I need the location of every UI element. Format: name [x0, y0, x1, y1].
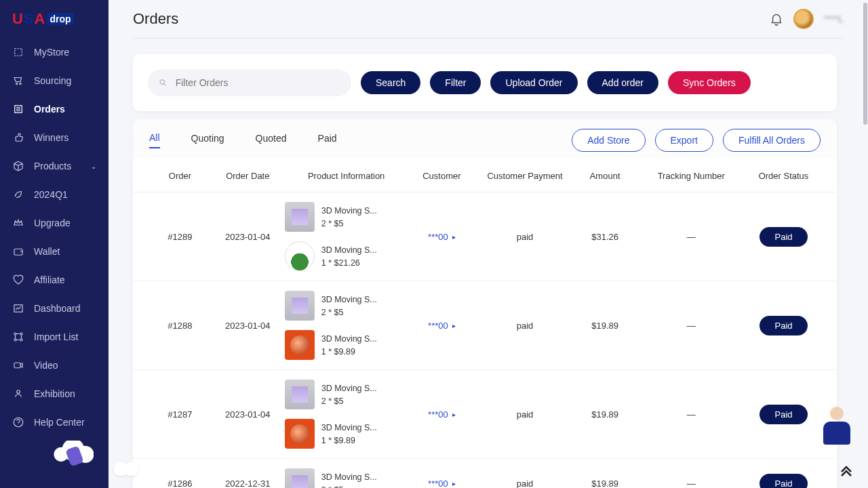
filter-button[interactable]: Filter — [430, 71, 481, 94]
sidebar-item-wallet[interactable]: Wallet — [0, 237, 108, 266]
page-title: Orders — [133, 10, 178, 28]
cell-order: #1287 — [149, 409, 211, 420]
caret-right-icon: ▸ — [452, 233, 456, 241]
product-item: 3D Moving S... 1 * $21.26 — [285, 241, 408, 271]
cell-customer[interactable]: ***00▸ — [408, 232, 475, 242]
cell-status: Paid — [747, 405, 821, 424]
status-badge[interactable]: Paid — [760, 227, 807, 247]
sync-orders-button[interactable]: Sync Orders — [668, 71, 751, 94]
sidebar-item-video[interactable]: Video — [0, 351, 108, 380]
sidebar-item-dashboard[interactable]: Dashboard — [0, 294, 108, 323]
cell-amount: $19.89 — [574, 321, 636, 331]
sidebar-item-orders[interactable]: Orders — [0, 95, 108, 123]
toolbar-card: Search Filter Upload Order Add order Syn… — [133, 54, 837, 111]
sidebar-item-helpcenter[interactable]: Help Center — [0, 408, 108, 436]
cell-payment: paid — [475, 479, 574, 489]
sidebar-item-label: Video — [34, 360, 58, 371]
th-pay: Customer Payment — [475, 171, 574, 181]
search-wrap[interactable] — [148, 69, 351, 96]
sidebar-item-upgrade[interactable]: Upgrade — [0, 209, 108, 237]
tabs-row: All Quoting Quoted Paid Add Store Export… — [133, 119, 837, 159]
logo[interactable]: USA drop — [0, 0, 108, 38]
svg-point-11 — [17, 390, 20, 394]
sidebar-item-affiliate[interactable]: Affiliate — [0, 266, 108, 294]
add-order-button[interactable]: Add order — [587, 71, 658, 94]
table-row: #1287 2023-01-04 3D Moving S... 2 * $5 3… — [133, 370, 837, 459]
cell-products: 3D Moving S... 2 * $5 3D Moving S... 1 *… — [285, 291, 408, 360]
heart-icon — [12, 274, 24, 286]
scrollbar[interactable] — [863, 0, 868, 488]
cell-status: Paid — [747, 474, 821, 489]
tab-all[interactable]: All — [149, 132, 160, 148]
sidebar-item-label: 2024Q1 — [34, 189, 68, 200]
upload-order-button[interactable]: Upload Order — [490, 71, 577, 94]
svg-rect-10 — [14, 363, 20, 368]
cell-date: 2023-01-04 — [211, 409, 285, 420]
sidebar-item-winners[interactable]: Winners — [0, 123, 108, 152]
chart-icon — [12, 302, 24, 314]
filter-orders-input[interactable] — [176, 77, 340, 88]
product-title: 3D Moving S... — [321, 295, 377, 304]
search-button[interactable]: Search — [361, 71, 420, 94]
sidebar-item-label: Dashboard — [34, 303, 81, 314]
export-button[interactable]: Export — [655, 129, 713, 152]
sidebar-item-label: Affiliate — [34, 274, 65, 285]
cell-customer[interactable]: ***00▸ — [408, 321, 475, 331]
tab-paid[interactable]: Paid — [318, 133, 337, 148]
tab-quoting[interactable]: Quoting — [191, 133, 224, 148]
table-row: #1288 2023-01-04 3D Moving S... 2 * $5 3… — [133, 281, 837, 370]
product-qty: 2 * $5 — [321, 308, 377, 317]
cell-amount: $31.26 — [574, 232, 636, 242]
sidebar-item-label: Products — [34, 161, 71, 171]
interface-icon — [12, 388, 24, 400]
sidebar-item-exhibition[interactable]: Exhibition — [0, 380, 108, 408]
sidebar-item-importlist[interactable]: Import List — [0, 323, 108, 351]
product-thumb — [285, 241, 315, 271]
wallet-icon — [12, 245, 24, 258]
sidebar-item-2024q1[interactable]: 2024Q1 — [0, 180, 108, 209]
sidebar-item-sourcing[interactable]: Sourcing — [0, 66, 108, 95]
th-track: Tracking Number — [636, 171, 747, 181]
cell-date: 2023-01-04 — [211, 232, 285, 242]
box-icon — [12, 160, 24, 172]
rocket-decoration — [53, 441, 102, 481]
sidebar-item-products[interactable]: Products ⌄ — [0, 152, 108, 180]
svg-point-1 — [16, 83, 18, 84]
status-badge[interactable]: Paid — [760, 316, 807, 336]
product-title: 3D Moving S... — [321, 384, 377, 393]
tab-quoted[interactable]: Quoted — [256, 133, 287, 148]
store-icon — [12, 46, 24, 58]
cell-payment: paid — [475, 409, 574, 420]
fulfill-all-button[interactable]: Fulfill All Orders — [723, 129, 821, 152]
scrollbar-thumb[interactable] — [863, 3, 867, 125]
svg-point-7 — [20, 333, 22, 335]
avatar[interactable] — [793, 9, 814, 29]
notification-icon[interactable] — [769, 12, 784, 26]
product-item: 3D Moving S... 1 * $9.89 — [285, 419, 408, 449]
video-icon — [12, 359, 24, 371]
cell-tracking: — — [636, 232, 747, 242]
sidebar-item-mystore[interactable]: MyStore — [0, 38, 108, 66]
caret-right-icon: ▸ — [452, 322, 456, 329]
svg-point-13 — [160, 80, 164, 84]
cell-customer[interactable]: ***00▸ — [408, 409, 475, 420]
product-qty: 1 * $9.89 — [321, 436, 377, 445]
status-badge[interactable]: Paid — [760, 474, 807, 489]
cell-status: Paid — [747, 316, 821, 336]
cell-customer[interactable]: ***00▸ — [408, 479, 475, 489]
cell-order: #1289 — [149, 232, 211, 242]
add-store-button[interactable]: Add Store — [572, 129, 645, 152]
crown-icon — [12, 217, 24, 229]
product-thumb — [285, 380, 315, 409]
product-qty: 1 * $21.26 — [321, 258, 377, 268]
orders-table-card: All Quoting Quoted Paid Add Store Export… — [133, 119, 837, 488]
assistant-widget[interactable] — [819, 407, 854, 447]
product-item: 3D Moving S... 2 * $5 — [285, 380, 408, 409]
sidebar: USA drop MyStore Sourcing Orders Winners… — [0, 0, 108, 488]
product-item: 3D Moving S... 2 * $5 — [285, 468, 408, 488]
caret-right-icon: ▸ — [452, 411, 456, 418]
status-badge[interactable]: Paid — [760, 405, 807, 424]
sidebar-item-label: Winners — [34, 132, 68, 143]
scroll-to-top-button[interactable] — [838, 462, 854, 479]
search-icon — [159, 78, 167, 87]
